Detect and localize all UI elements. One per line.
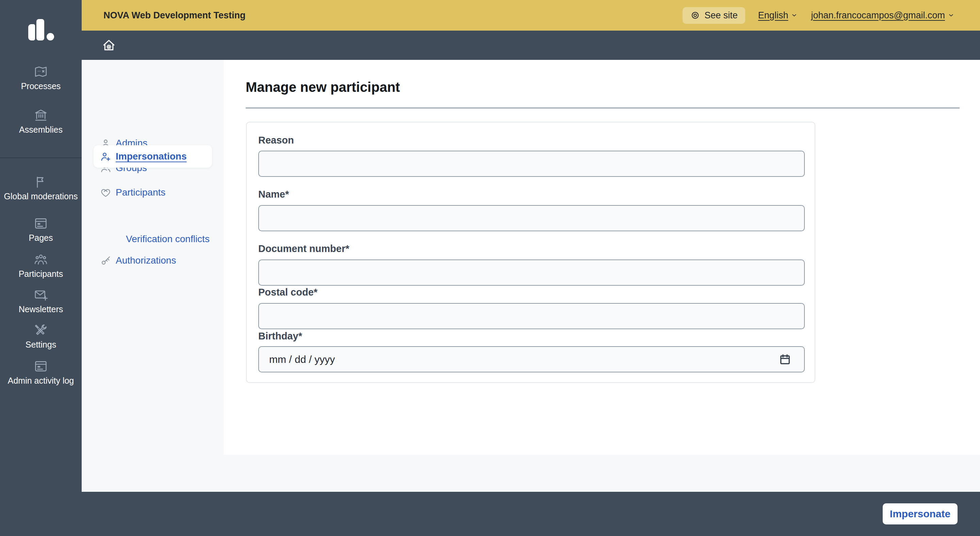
impersonate-button[interactable]: Impersonate xyxy=(883,503,958,525)
title-divider xyxy=(246,108,959,108)
submenu-item-authorizations[interactable]: Authorizations xyxy=(82,253,224,268)
government-building-icon xyxy=(34,108,48,122)
name-input[interactable] xyxy=(258,205,805,231)
sidebar-item-global-moderations[interactable]: Global moderations xyxy=(0,175,82,201)
postal-code-input[interactable] xyxy=(258,303,805,329)
birthday-label: Birthday* xyxy=(258,331,302,342)
content-bottom-band xyxy=(224,455,980,492)
user-email: johan.francocampos@gmail.com xyxy=(811,10,945,21)
admin-home-button[interactable] xyxy=(102,38,116,53)
key-icon xyxy=(100,255,111,266)
heart-icon xyxy=(100,187,111,198)
sidebar-item-settings[interactable]: Settings xyxy=(0,323,82,350)
language-selector[interactable]: English xyxy=(758,10,798,21)
postal-code-label: Postal code* xyxy=(258,287,318,298)
logo-bar-short xyxy=(28,24,35,40)
map-icon xyxy=(34,65,48,79)
page-layout-icon xyxy=(34,216,48,231)
tools-icon xyxy=(34,323,48,338)
user-add-icon xyxy=(100,151,111,162)
submenu-item-label: Impersonations xyxy=(116,151,186,162)
sidebar-item-label: Settings xyxy=(25,340,56,350)
mail-add-icon xyxy=(34,288,48,302)
reason-input[interactable] xyxy=(258,151,805,177)
logo-bar-tall xyxy=(37,19,44,40)
sidebar-item-pages[interactable]: Pages xyxy=(0,216,82,243)
app-logo[interactable] xyxy=(28,19,54,40)
sidebar-item-label: Assemblies xyxy=(19,125,63,135)
submenu-item-label: Authorizations xyxy=(116,255,176,266)
sidebar-item-label: Processes xyxy=(21,82,61,91)
people-group-icon xyxy=(34,252,48,266)
submenu-item-participants[interactable]: Participants xyxy=(82,185,224,200)
see-site-button[interactable]: See site xyxy=(682,7,745,24)
sidebar-item-assemblies[interactable]: Assemblies xyxy=(0,108,82,135)
submenu-item-label: Verification conflicts xyxy=(126,234,210,244)
date-placeholder: mm / dd / yyyy xyxy=(269,354,335,365)
sidebar-item-label: Participants xyxy=(19,270,63,279)
primary-sidebar: Processes Assemblies Global moderations xyxy=(0,0,82,492)
chevron-down-icon xyxy=(791,11,798,19)
sidebar-item-processes[interactable]: Processes xyxy=(0,65,82,91)
birthday-date-input[interactable]: mm / dd / yyyy xyxy=(258,346,805,373)
language-label: English xyxy=(758,10,788,21)
sidebar-divider xyxy=(0,157,82,158)
calendar-icon[interactable] xyxy=(779,354,791,366)
document-number-input[interactable] xyxy=(258,260,805,286)
reason-label: Reason xyxy=(258,135,294,146)
sidebar-item-label: Global moderations xyxy=(4,192,78,201)
document-number-label: Document number* xyxy=(258,243,349,254)
submenu-item-label: Participants xyxy=(116,187,165,198)
submenu-item-impersonations[interactable]: Impersonations xyxy=(94,145,212,168)
action-footer: Impersonate xyxy=(0,492,980,536)
sidebar-item-newsletters[interactable]: Newsletters xyxy=(0,288,82,314)
name-label: Name* xyxy=(258,189,289,200)
sidebar-item-label: Admin activity log xyxy=(8,376,74,386)
impersonation-form-card: Reason Name* Document number* Postal cod… xyxy=(246,122,815,383)
user-account-menu[interactable]: johan.francocampos@gmail.com xyxy=(811,10,955,21)
sidebar-item-admin-activity-log[interactable]: Admin activity log xyxy=(0,359,82,386)
see-site-label: See site xyxy=(705,10,738,21)
logo-dot xyxy=(47,33,54,40)
admin-page: Processes Assemblies Global moderations xyxy=(0,0,980,536)
chevron-down-icon xyxy=(947,11,955,19)
sidebar-item-participants[interactable]: Participants xyxy=(0,252,82,279)
topbar-right-group: See site English johan.francocampos@gmai… xyxy=(682,7,955,24)
top-bar: NOVA Web Development Testing See site En… xyxy=(82,0,980,31)
main-content: Manage new participant Reason Name* Docu… xyxy=(224,60,980,455)
eye-target-icon xyxy=(690,10,700,21)
sidebar-item-label: Newsletters xyxy=(19,305,63,314)
home-gear-icon xyxy=(102,38,116,53)
participants-submenu: Admins Groups Participants xyxy=(82,60,224,492)
page-title: Manage new participant xyxy=(246,79,400,95)
organization-title: NOVA Web Development Testing xyxy=(103,10,246,21)
sidebar-item-label: Pages xyxy=(29,233,53,243)
secondary-nav-bar xyxy=(82,31,980,60)
activity-log-icon xyxy=(34,359,48,373)
flag-icon xyxy=(34,175,48,189)
submenu-item-verification-conflicts[interactable]: Verification conflicts xyxy=(82,232,224,247)
